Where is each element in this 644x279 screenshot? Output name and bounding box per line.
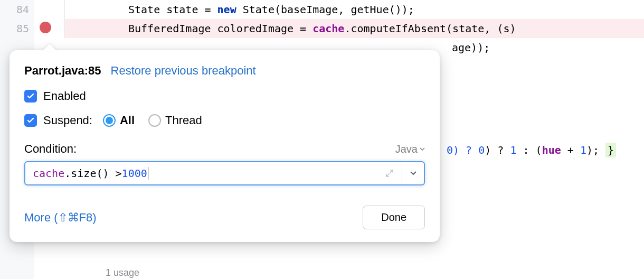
enabled-label: Enabled <box>43 89 86 103</box>
breakpoint-popup: Parrot.java:85 Restore previous breakpoi… <box>10 50 440 242</box>
suspend-checkbox[interactable] <box>24 114 37 127</box>
done-button[interactable]: Done <box>363 206 425 229</box>
expand-diagonal-icon <box>385 169 394 178</box>
suspend-label: Suspend: <box>43 114 92 127</box>
code-text: .computeIfAbsent(state, (s) <box>344 22 516 35</box>
suspend-thread-radio[interactable] <box>148 114 161 127</box>
code-text: State state = <box>128 3 217 16</box>
field-ref: cache <box>312 22 344 35</box>
code-text: State(baseImage, getHue()); <box>236 3 414 16</box>
check-icon <box>26 92 35 100</box>
gutter-line-85[interactable]: 85 <box>0 19 34 38</box>
enabled-row: Enabled <box>24 89 425 103</box>
popup-arrow-icon <box>42 44 57 51</box>
condition-input[interactable]: cache.size() > 1000 <box>24 161 425 185</box>
suspend-all-radio[interactable] <box>103 114 116 127</box>
keyword-new: new <box>217 3 236 16</box>
chevron-down-icon <box>410 171 416 175</box>
code-fragment: age)); <box>452 41 490 54</box>
code-fragment: 0) ? 0) ? 00) ? ) ? 1 : (hue + 1); } <box>447 144 616 156</box>
more-link[interactable]: More (⇧⌘F8) <box>24 211 97 225</box>
code-line-85[interactable]: BufferedImage coloredImage = cache.compu… <box>65 19 644 38</box>
gutter-line-84[interactable]: 84 <box>0 0 34 19</box>
condition-label: Condition: <box>24 142 77 156</box>
condition-header: Condition: Java <box>24 142 425 156</box>
chevron-down-icon <box>420 147 425 151</box>
language-dropdown[interactable]: Java <box>395 143 425 155</box>
history-dropdown-button[interactable] <box>402 162 424 184</box>
check-icon <box>26 116 35 125</box>
suspend-thread-label: Thread <box>165 114 202 127</box>
popup-title: Parrot.java:85 <box>24 64 101 78</box>
suspend-row: Suspend: All Thread <box>24 114 425 127</box>
language-label: Java <box>395 143 418 155</box>
suspend-all-label: All <box>120 114 135 127</box>
restore-breakpoint-link[interactable]: Restore previous breakpoint <box>111 64 256 78</box>
condition-text[interactable]: cache.size() > 1000 <box>25 162 377 184</box>
closing-brace: } <box>605 143 616 157</box>
code-area[interactable]: State state = new State(baseImage, getHu… <box>64 0 644 38</box>
popup-footer: More (⇧⌘F8) Done <box>24 206 425 229</box>
text-caret <box>148 167 148 180</box>
popup-header: Parrot.java:85 Restore previous breakpoi… <box>24 64 425 78</box>
code-line-84[interactable]: State state = new State(baseImage, getHu… <box>65 0 644 19</box>
usage-hint[interactable]: 1 usage <box>106 267 139 278</box>
code-text: BufferedImage coloredImage = <box>128 22 312 35</box>
breakpoint-icon[interactable] <box>40 22 51 33</box>
enabled-checkbox[interactable] <box>24 90 37 103</box>
expand-icon[interactable] <box>377 162 402 184</box>
